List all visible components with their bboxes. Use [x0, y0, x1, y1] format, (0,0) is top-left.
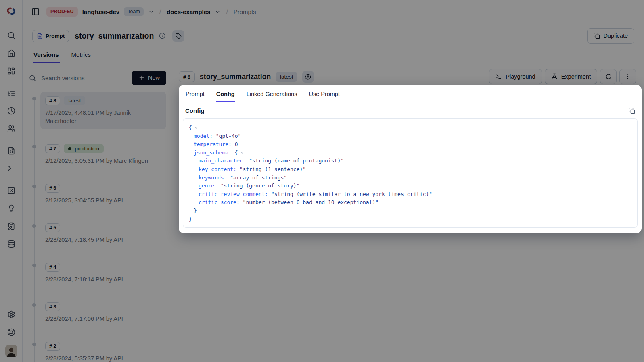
json-collapse-toggle[interactable] — [240, 150, 245, 155]
experiment-label: Experiment — [561, 73, 591, 80]
version-badges: # 4 — [45, 263, 161, 272]
search-icon — [7, 31, 15, 40]
new-version-button[interactable]: New — [132, 71, 166, 85]
version-list-item[interactable]: # 6 2/12/2025, 3:04:55 PM by API — [40, 179, 166, 209]
sidebar-item-users[interactable] — [4, 121, 19, 136]
comments-button[interactable] — [600, 69, 617, 84]
app-window: PROD-EU langfuse-dev Team / docs-example… — [0, 0, 644, 362]
more-options-button[interactable] — [619, 69, 636, 84]
json-brace: } — [189, 216, 192, 222]
version-timestamp: 2/12/2025, 3:04:55 PM by API — [45, 196, 161, 204]
promote-version-button[interactable] — [302, 71, 314, 83]
info-icon[interactable] — [159, 33, 165, 39]
sidebar-item-support[interactable] — [4, 325, 19, 339]
sidebar-item-playground[interactable] — [4, 161, 19, 176]
tab-prompt[interactable]: Prompt — [185, 89, 205, 102]
tab-metrics[interactable]: Metrics — [71, 48, 92, 63]
sidebar-item-annotation[interactable] — [4, 219, 19, 233]
json-key: main_character: — [199, 158, 246, 164]
breadcrumb-separator: / — [225, 7, 229, 16]
sidebar-toggle-button[interactable] — [29, 5, 42, 18]
playground-button[interactable]: Playground — [489, 69, 542, 84]
duplicate-button[interactable]: Duplicate — [587, 28, 634, 44]
sidebar-item-settings[interactable] — [4, 307, 19, 322]
plus-icon — [138, 75, 145, 81]
version-list-item[interactable]: # 3 2/28/2024, 7:17:06 PM by API — [40, 298, 166, 327]
json-key: critic_score: — [199, 199, 240, 205]
org-type-badge[interactable]: Team — [124, 7, 144, 16]
expand-chevron-icon[interactable] — [194, 125, 199, 130]
tag-icon — [176, 33, 182, 39]
config-line: key_content: "string (1 sentence)" — [189, 165, 631, 174]
version-badges: # 8 latest — [45, 96, 161, 105]
version-list-item[interactable]: # 4 2/28/2024, 7:18:14 PM by API — [40, 258, 166, 288]
version-title: story_summarization — [200, 73, 271, 81]
tab-config[interactable]: Config — [216, 89, 235, 102]
tag-button[interactable] — [172, 30, 184, 42]
json-value: "string (1 sentence)" — [240, 166, 306, 172]
sidebar-item-dashboards[interactable] — [4, 64, 19, 78]
latest-badge: latest — [276, 72, 297, 82]
sidebar-item-sessions[interactable] — [4, 104, 19, 118]
tab-linked-generations[interactable]: Linked Generations — [246, 89, 298, 102]
user-avatar[interactable] — [5, 345, 17, 357]
breadcrumb-project[interactable]: docs-examples — [167, 8, 210, 15]
expand-chevron-icon[interactable] — [240, 150, 245, 155]
version-timestamp: 2/12/2025, 3:05:31 PM by Marc Klingen — [45, 157, 161, 165]
config-line: genre: "string (genre of story)" — [189, 182, 631, 190]
project-chevron-down-icon[interactable] — [215, 9, 221, 15]
config-line: { — [189, 124, 631, 132]
config-line: critic_score: "number (between 0 bad and… — [189, 198, 631, 207]
search-versions-input[interactable] — [40, 74, 128, 82]
version-list-item[interactable]: # 8 latest 7/17/2025, 4:48:01 PM by Jann… — [40, 92, 166, 129]
panel-left-icon — [31, 8, 40, 16]
versions-panel: New # 8 latest 7/17/2025, 4:48:01 PM by … — [23, 63, 172, 362]
json-value: "string (write similar to a new york tim… — [271, 191, 432, 197]
copy-config-button[interactable] — [629, 108, 635, 114]
json-value: 0 — [235, 141, 238, 147]
page-title: story_summarization — [75, 31, 154, 41]
json-key: critic_review_comment: — [199, 191, 268, 197]
breadcrumb-section[interactable]: Prompts — [234, 8, 256, 15]
version-list-item[interactable]: # 2 2/28/2024, 5:35:37 PM by API — [40, 337, 166, 362]
version-label-badge: production — [64, 144, 104, 153]
version-number-badge: # 6 — [45, 184, 60, 193]
kebab-menu-icon — [625, 73, 631, 80]
version-number-badge: # 2 — [45, 342, 60, 351]
json-value: "string (name of protagonist)" — [249, 158, 344, 164]
tab-versions[interactable]: Versions — [33, 48, 60, 63]
json-value: "string (genre of story)" — [221, 183, 300, 189]
timeline-dot — [32, 264, 36, 267]
experiment-button[interactable]: Experiment — [545, 69, 597, 84]
version-list-item[interactable]: # 7 production 2/12/2025, 3:05:31 PM by … — [40, 139, 166, 169]
org-chevron-down-icon[interactable] — [148, 9, 154, 15]
clock-icon — [7, 107, 15, 115]
playground-label: Playground — [506, 73, 535, 80]
lightbulb-icon — [7, 204, 15, 212]
item-type-label: Prompt — [46, 33, 65, 39]
json-value: "gpt-4o" — [216, 133, 241, 139]
version-number-badge: # 4 — [45, 263, 60, 272]
sidebar-item-tracing[interactable] — [4, 86, 19, 100]
sidebar-item-prompts[interactable] — [4, 144, 19, 158]
version-list-item[interactable]: # 5 2/28/2024, 7:18:45 PM by API — [40, 219, 166, 248]
search-icon — [29, 75, 36, 81]
version-timestamp: 2/28/2024, 7:18:45 PM by API — [45, 236, 161, 244]
sidebar-item-search[interactable] — [4, 28, 19, 43]
version-peek-card: Prompt Config Linked Generations Use Pro… — [179, 85, 642, 233]
users-icon — [7, 125, 15, 133]
version-timestamp: 7/17/2025, 4:48:01 PM by Jannik Maierhoe… — [45, 109, 161, 125]
sidebar-item-evaluation[interactable] — [4, 183, 19, 198]
sidebar-item-insights[interactable] — [4, 201, 19, 216]
environment-badge: PROD-EU — [46, 7, 78, 17]
breadcrumb-org[interactable]: langfuse-dev — [82, 8, 120, 15]
json-collapse-toggle[interactable] — [194, 125, 199, 130]
timeline-dot — [32, 303, 36, 307]
version-number-badge: # 8 — [179, 71, 195, 82]
tab-use-prompt[interactable]: Use Prompt — [308, 89, 340, 102]
json-value: "number (between 0 bad and 10 exceptiona… — [243, 199, 379, 205]
sidebar-item-home[interactable] — [4, 46, 19, 60]
sidebar-item-datasets[interactable] — [4, 237, 19, 251]
version-number-badge: # 7 — [45, 144, 60, 153]
version-badges: # 2 — [45, 342, 161, 351]
